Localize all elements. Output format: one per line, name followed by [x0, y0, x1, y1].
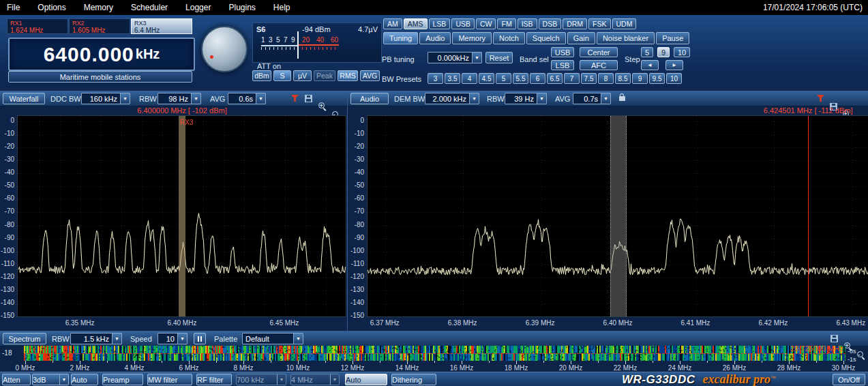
mode-button-drm[interactable]: DRM — [563, 18, 587, 29]
frequency-cursor-line[interactable] — [808, 116, 809, 316]
mode-button-dsb[interactable]: DSB — [539, 18, 562, 29]
chevron-down-icon[interactable]: ▼ — [191, 93, 200, 104]
speed-combo[interactable]: 10▼ — [158, 333, 188, 344]
step-button-10[interactable]: 10 — [674, 47, 690, 57]
toolbar-auto-button[interactable]: Auto — [345, 374, 387, 385]
mode-button-ams[interactable]: AMS — [404, 18, 428, 29]
menu-memory[interactable]: Memory — [84, 3, 113, 12]
rbw-combo[interactable]: 1.5 kHz▼ — [70, 333, 122, 344]
bw-preset-10[interactable]: 10 — [666, 73, 682, 84]
avg-combo[interactable]: 0.7s▼ — [573, 93, 611, 104]
toolbar-700-khz-button[interactable]: 700 kHz▼ — [236, 374, 286, 385]
rbw-combo[interactable]: 98 Hz▼ — [158, 93, 201, 104]
rbw-value[interactable]: 39 Hz — [505, 93, 537, 104]
dem-bw-value[interactable]: 2.000 kHz — [425, 93, 469, 104]
pb-tuning-combo[interactable]: 0.000kHz ▼ — [428, 52, 482, 63]
bw-preset-5.5[interactable]: 5.5 — [513, 73, 528, 84]
tab-gain[interactable]: Gain — [567, 32, 595, 44]
chevron-down-icon[interactable]: ▼ — [293, 333, 303, 344]
mode-button-fm[interactable]: FM — [497, 18, 515, 29]
tuning-knob[interactable] — [201, 26, 248, 72]
toolbar-rf-filter-button[interactable]: RF filter — [196, 374, 232, 385]
menu-logger[interactable]: Logger — [185, 3, 211, 12]
bw-preset-6[interactable]: 6 — [530, 73, 545, 84]
zoom-out-icon[interactable]: - — [856, 351, 865, 359]
rbw-combo[interactable]: 39 Hz▼ — [505, 93, 547, 104]
mode-button-am[interactable]: AM — [383, 18, 402, 29]
chevron-down-icon[interactable]: ▼ — [112, 333, 121, 344]
mode-button-cw[interactable]: CW — [476, 18, 496, 29]
tab-memory[interactable]: Memory — [452, 32, 492, 44]
lock-icon[interactable] — [619, 96, 625, 101]
avg-value[interactable]: 0.7s — [573, 93, 601, 104]
menu-options[interactable]: Options — [38, 3, 65, 12]
toolbar-preamp-button[interactable]: Preamp — [102, 374, 143, 385]
ddc-bw-combo[interactable]: 160 kHz▼ — [81, 93, 130, 104]
step-button-5[interactable]: 5 — [641, 47, 653, 57]
speed-value[interactable]: 10 — [158, 333, 177, 344]
tab-noise-blanker[interactable]: Noise blanker — [597, 32, 655, 44]
menu-help[interactable]: Help — [273, 3, 290, 12]
tab-squelch[interactable]: Squelch — [526, 32, 566, 44]
bw-preset-5[interactable]: 5 — [496, 73, 511, 84]
on-off-button[interactable]: On/Off — [833, 374, 865, 385]
rx-tab-rx1[interactable]: RX11.624 MHz — [7, 18, 68, 34]
toolbar-dithering-button[interactable]: Dithering — [391, 374, 436, 385]
tab-tuning[interactable]: Tuning — [383, 32, 418, 44]
pause-button[interactable] — [194, 333, 206, 344]
step-up-button[interactable]: ► — [665, 60, 683, 70]
station-label-button[interactable]: Maritime mobile stations — [8, 71, 192, 83]
toolbar-3db-button[interactable]: 3dB▼ — [32, 374, 69, 385]
bw-preset-3[interactable]: 3 — [428, 73, 443, 84]
meter-button-rms[interactable]: RMS — [338, 70, 358, 81]
bw-preset-9[interactable]: 9 — [632, 73, 648, 84]
bw-preset-3.5[interactable]: 3.5 — [445, 73, 460, 84]
chevron-down-icon[interactable]: ▼ — [330, 374, 339, 385]
chevron-down-icon[interactable]: ▼ — [472, 53, 481, 63]
dem-passband-marker[interactable] — [610, 116, 627, 316]
spectrum-view-button[interactable]: Spectrum — [3, 333, 46, 344]
tab-audio[interactable]: Audio — [419, 32, 451, 44]
threshold-line[interactable] — [24, 353, 845, 354]
meter-button-dbm[interactable]: dBm — [252, 70, 271, 81]
mode-button-fsk[interactable]: FSK — [588, 18, 610, 29]
frequency-display[interactable]: 6400.000 kHz — [8, 38, 195, 71]
chevron-down-icon[interactable]: ▼ — [177, 333, 187, 344]
rx-passband-marker[interactable] — [179, 116, 185, 316]
marker-filter-icon[interactable] — [817, 95, 824, 102]
bw-preset-6.5[interactable]: 6.5 — [547, 73, 563, 84]
band-usb-button[interactable]: USB — [551, 47, 574, 57]
afc-button[interactable]: AFC — [580, 60, 618, 70]
rx-tab-rx3[interactable]: RX36.4 MHz — [131, 18, 192, 34]
toolbar-4-mhz-button[interactable]: 4 MHz▼ — [290, 374, 340, 385]
meter-button-avg[interactable]: AVG — [360, 70, 380, 81]
menu-file[interactable]: File — [7, 3, 20, 12]
bw-preset-4[interactable]: 4 — [462, 73, 477, 84]
chevron-down-icon[interactable]: ▼ — [277, 374, 286, 385]
bw-preset-7.5[interactable]: 7.5 — [581, 73, 597, 84]
palette-value[interactable]: Default — [243, 333, 293, 344]
chevron-down-icon[interactable]: ▼ — [469, 93, 479, 104]
bw-preset-8[interactable]: 8 — [598, 73, 614, 84]
center-button[interactable]: Center — [580, 47, 618, 57]
step-down-button[interactable]: ◄ — [641, 60, 659, 70]
chevron-down-icon[interactable]: ▼ — [537, 93, 546, 104]
meter-button-µv[interactable]: µV — [293, 70, 312, 81]
dem-bw-combo[interactable]: 2.000 kHz▼ — [425, 93, 479, 104]
tab-notch[interactable]: Notch — [493, 32, 525, 44]
avg-combo[interactable]: 0.6s▼ — [228, 93, 266, 104]
rbw-value[interactable]: 1.5 kHz — [71, 333, 112, 344]
audio-view-button[interactable]: Audio — [350, 93, 389, 104]
bw-preset-8.5[interactable]: 8.5 — [615, 73, 631, 84]
save-icon[interactable] — [305, 95, 312, 102]
bw-preset-4.5[interactable]: 4.5 — [479, 73, 494, 84]
bw-preset-9.5[interactable]: 9.5 — [649, 73, 665, 84]
mode-button-usb[interactable]: USB — [451, 18, 475, 29]
step-button-9[interactable]: 9 — [657, 47, 670, 57]
tab-pause[interactable]: Pause — [656, 32, 689, 44]
rbw-value[interactable]: 98 Hz — [158, 93, 191, 104]
chevron-down-icon[interactable]: ▼ — [120, 93, 130, 104]
ddc-bw-value[interactable]: 160 kHz — [82, 93, 120, 104]
mode-button-udm[interactable]: UDM — [612, 18, 637, 29]
toolbar-atten-button[interactable]: Atten — [2, 374, 31, 385]
